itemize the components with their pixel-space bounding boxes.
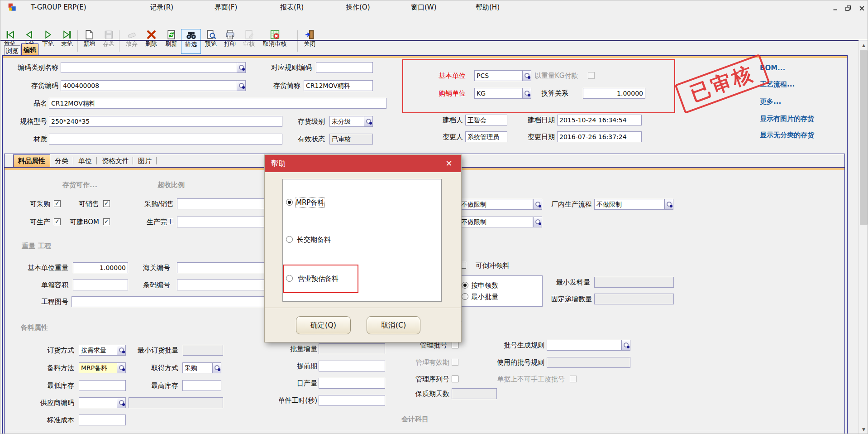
field-item-code[interactable]: 400400008 (61, 80, 246, 91)
help-dialog: 帮助 ✕ MRP备料 长交期备料 营业预估备料 确定(Q) 取消(C) (264, 154, 462, 342)
field-item-name[interactable]: CR12MOV精料 (49, 98, 386, 109)
field-modify-date: 2016-07-26 16:37:24 (557, 131, 642, 142)
field-rule-code[interactable] (316, 62, 373, 73)
vertical-scrollbar[interactable]: ▲ ▼ (858, 40, 868, 434)
toolbar-preview-button[interactable]: 预览 (201, 29, 220, 54)
lookup-item-code[interactable] (237, 80, 246, 91)
field-factory-flow[interactable]: 不做限制 (594, 199, 664, 210)
menu-item-window[interactable]: 窗口(W) (411, 0, 437, 14)
subtab-qualification-files[interactable]: 资格文件 (102, 155, 132, 166)
toolbar-discard-button[interactable]: 放弃 (122, 29, 141, 54)
option-mrp-radio[interactable] (286, 199, 293, 206)
link-show-unclassified[interactable]: 显示无分类的存货 (760, 131, 814, 140)
lookup-limit1[interactable] (533, 199, 542, 210)
lookup-factory-flow[interactable] (664, 199, 673, 210)
no-manual-batch-checkbox[interactable] (570, 376, 577, 382)
dialog-ok-button[interactable]: 确定(Q) (296, 316, 351, 334)
lookup-batch-rule[interactable] (621, 340, 630, 351)
label-material: 材质 (10, 134, 47, 145)
tab-browse[interactable]: 浏览 (4, 45, 20, 56)
lookup-supplier-code[interactable] (117, 397, 126, 408)
option-long-leadtime-label[interactable]: 长交期备料 (297, 235, 331, 244)
subtab-unit[interactable]: 单位 (78, 155, 96, 166)
scroll-up-arrow[interactable]: ▲ (859, 41, 868, 49)
can-sell-checkbox[interactable] (103, 200, 110, 207)
page-border-right (847, 55, 848, 434)
dialog-title-bar[interactable]: 帮助 (265, 155, 461, 172)
lookup-limit2[interactable] (533, 217, 542, 227)
scroll-thumb[interactable] (860, 50, 868, 225)
field-batch-rule[interactable] (547, 340, 621, 351)
dialog-cancel-button[interactable]: 取消(C) (367, 316, 420, 334)
can-bom-checkbox[interactable] (103, 218, 110, 225)
toolbar-last-button[interactable]: 末笔 (57, 29, 76, 54)
subtab-classification[interactable]: 分类 (55, 155, 73, 166)
dialog-close-button[interactable]: ✕ (442, 155, 456, 172)
menu-bar: T-GROUP ERP(E) 记录(R) 界面(F) 报表(R) 操作(O) 窗… (0, 0, 868, 14)
minimize-button[interactable] (830, 3, 841, 13)
menu-item-report[interactable]: 报表(R) (280, 0, 304, 14)
field-max-stock[interactable] (182, 380, 221, 391)
toolbar-save-button[interactable]: 存盘 (99, 29, 118, 54)
field-base-weight[interactable]: 1.00000 (73, 262, 128, 273)
toolbar-close-form-button[interactable]: 关闭 (300, 29, 319, 54)
lookup-stock-method[interactable] (117, 362, 126, 373)
toolbar-filter-button[interactable]: 筛选 (181, 29, 201, 54)
subtab-item-attributes[interactable]: 料品属性 (13, 154, 50, 167)
field-modifier: 系统管理员 (465, 131, 507, 142)
restore-button[interactable] (842, 3, 854, 13)
field-short-name[interactable]: CR12MOV精料 (304, 80, 373, 91)
lookup-order-mode[interactable] (117, 345, 126, 356)
field-min-stock[interactable] (79, 380, 126, 391)
lookup-level[interactable] (364, 116, 373, 127)
can-produce-checkbox[interactable] (54, 218, 61, 225)
toolbar-label: 预览 (205, 40, 217, 47)
issue-min-batch-radio[interactable] (462, 293, 468, 300)
scroll-down-arrow[interactable]: ▼ (859, 425, 868, 434)
menu-item-operation[interactable]: 操作(O) (346, 0, 370, 14)
subtab-image[interactable]: 图片 (138, 155, 156, 166)
field-daily-output[interactable] (319, 378, 385, 389)
menu-item-interface[interactable]: 界面(F) (215, 0, 237, 14)
toolbar-next-button[interactable]: 下笔 (38, 29, 57, 54)
lookup-acquire-mode[interactable] (212, 362, 221, 373)
discard-icon (126, 29, 138, 40)
field-code-category[interactable] (61, 62, 246, 73)
lookup-code-category[interactable] (237, 62, 246, 73)
tab-edit[interactable]: 编辑 (21, 43, 38, 56)
field-limit2[interactable]: 不做限制 (459, 217, 533, 227)
field-unit-hours[interactable] (319, 395, 385, 406)
can-purchase-checkbox[interactable] (54, 200, 61, 207)
issue-by-apply-radio[interactable] (462, 282, 468, 289)
toolbar-new-button[interactable]: 新增 (80, 29, 99, 54)
link-show-with-image[interactable]: 显示有图片的存货 (760, 115, 814, 123)
menu-item-app[interactable]: T-GROUP ERP(E) (31, 0, 86, 14)
option-long-leadtime-radio[interactable] (286, 236, 293, 243)
manage-batch-checkbox[interactable] (452, 342, 458, 348)
subtab-separator (96, 157, 97, 164)
toolbar-audit-button[interactable]: 审核 (239, 29, 258, 54)
field-material[interactable] (49, 134, 282, 145)
close-button[interactable] (856, 3, 868, 13)
menu-item-record[interactable]: 记录(R) (150, 0, 173, 14)
option-mrp-label[interactable]: MRP备料 (296, 198, 324, 207)
manage-validity-checkbox[interactable] (452, 359, 458, 366)
field-min-issue (594, 277, 674, 288)
toolbar-print-button[interactable]: 打印 (220, 29, 239, 54)
label-creator: 建档人 (426, 115, 463, 125)
label-base-weight: 基本单位重量 (26, 262, 68, 273)
menu-item-help[interactable]: 帮助(H) (476, 0, 500, 14)
link-more[interactable]: 更多... (760, 97, 781, 106)
magnifier-icon (119, 365, 124, 370)
field-spec[interactable]: 250*240*35 (49, 116, 282, 127)
toolbar-delete-button[interactable]: 删除 (142, 29, 161, 54)
field-std-cost[interactable] (79, 415, 126, 425)
field-lead-time[interactable] (319, 361, 385, 371)
manage-serial-checkbox[interactable] (452, 376, 458, 382)
refresh-icon (166, 29, 177, 40)
field-limit1[interactable]: 不做限制 (459, 199, 533, 210)
toolbar-cancel-audit-button[interactable]: 取消审核 (258, 29, 291, 54)
toolbar-refresh-button[interactable]: 刷新 (162, 29, 181, 54)
field-box-volume[interactable] (73, 280, 128, 290)
preview-icon (205, 29, 217, 40)
